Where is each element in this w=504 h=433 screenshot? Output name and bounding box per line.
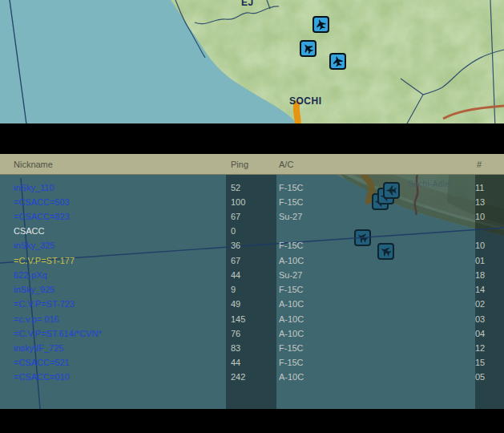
map-city-label: SOCHI (289, 95, 322, 107)
player-row[interactable]: =C.V.P=ST.614/*CVN*76A-10C04 (0, 326, 504, 341)
player-row[interactable]: =CSACC=010242A-10C05 (0, 370, 504, 384)
player-nickname: =C.V.P=ST-177 (14, 253, 75, 268)
player-board-number: 11 (475, 180, 484, 195)
player-board-number: 10 (475, 209, 485, 224)
player-nickname: inSky_925 (14, 282, 54, 297)
column-header-nickname: Nickname (14, 154, 53, 175)
column-header-ping: Ping (231, 154, 248, 175)
player-ping: 49 (231, 297, 240, 311)
player-aircraft: A-10C (279, 312, 304, 326)
player-row[interactable]: =c.v.p= 016145A-10C03 (0, 312, 504, 326)
player-row[interactable]: 622-pXq44Su-2718 (0, 268, 504, 282)
player-aircraft: F-15C (279, 195, 304, 209)
jet-glyph (302, 42, 314, 55)
player-nickname: =CSACC=010 (14, 370, 70, 384)
player-nickname: inskytIF_725 (14, 341, 63, 355)
player-row[interactable]: =CSACC=52144F-15C15 (0, 355, 504, 370)
jet-glyph (315, 18, 327, 30)
player-board-number: 01 (475, 253, 485, 268)
player-board-number: 03 (475, 312, 485, 326)
player-aircraft: Su-27 (279, 268, 302, 282)
player-ping: 36 (231, 238, 240, 253)
player-board-number: 02 (475, 297, 485, 311)
player-board-number: 04 (475, 326, 485, 341)
player-nickname: =CSACC=521 (14, 355, 70, 370)
aircraft-icon[interactable] (329, 53, 346, 70)
player-nickname: =c.v.p= 016 (14, 312, 59, 326)
player-nickname: =CSACC=503 (14, 195, 70, 209)
column-header-number: # (477, 154, 482, 175)
player-row[interactable]: =C.V.P=ST-17767A-10C01 (0, 253, 504, 268)
player-aircraft: F-15C (279, 282, 304, 297)
column-header-aircraft: A/C (279, 154, 293, 175)
jet-glyph (332, 55, 344, 67)
player-row[interactable]: inskytIF_72583F-15C12 (0, 341, 504, 355)
player-row[interactable]: =CSACC=503100F-15C13 (0, 195, 504, 209)
player-aircraft: F-15C (279, 180, 304, 195)
player-board-number: 14 (475, 282, 485, 297)
player-aircraft: A-10C (279, 370, 304, 384)
player-board-number: 05 (475, 370, 485, 384)
player-row[interactable]: inSky_11052F-15C11 (0, 180, 504, 195)
player-ping: 145 (231, 312, 245, 326)
player-row[interactable]: =C.V.P=ST-72349A-10C02 (0, 297, 504, 311)
player-ping: 83 (231, 341, 240, 355)
player-nickname: CSACC (14, 224, 45, 238)
player-nickname: 622-pXq (14, 268, 47, 282)
multiplayer-screen: EJ SOCHI Sochi-Adler Nickname Ping A/C #… (0, 0, 504, 433)
player-nickname: inSky_325 (14, 238, 54, 253)
player-ping: 100 (231, 195, 245, 209)
map-region-label: EJ (241, 0, 254, 8)
player-nickname: =CSACC=823 (14, 209, 70, 224)
player-aircraft: F-15C (279, 238, 304, 253)
player-ping: 52 (231, 180, 240, 195)
player-row[interactable]: CSACC0 (0, 224, 504, 238)
separator-band-top (0, 123, 504, 154)
player-ping: 9 (231, 282, 236, 297)
player-aircraft: Su-27 (279, 209, 302, 224)
player-ping: 67 (231, 253, 240, 268)
player-nickname: inSky_110 (14, 180, 54, 195)
player-board-number: 18 (475, 268, 485, 282)
player-ping: 67 (231, 209, 240, 224)
player-row[interactable]: inSky_32536F-15C10 (0, 238, 504, 253)
player-ping: 44 (231, 268, 240, 282)
player-nickname: =C.V.P=ST.614/*CVN* (14, 326, 102, 341)
player-aircraft: A-10C (279, 326, 304, 341)
player-board-number: 13 (475, 195, 485, 209)
player-row[interactable]: inSky_9259F-15C14 (0, 282, 504, 297)
player-board-number: 15 (475, 355, 485, 370)
player-ping: 0 (231, 224, 236, 238)
aircraft-icon[interactable] (300, 40, 317, 57)
player-aircraft: F-15C (279, 355, 304, 370)
player-aircraft: F-15C (279, 341, 304, 355)
player-list-header: Nickname Ping A/C # (0, 154, 504, 175)
player-ping: 44 (231, 355, 240, 370)
player-nickname: =C.V.P=ST-723 (14, 297, 75, 311)
separator-band-bottom (0, 409, 504, 433)
player-board-number: 12 (475, 341, 485, 355)
player-ping: 76 (231, 326, 240, 341)
player-aircraft: A-10C (279, 297, 304, 311)
player-aircraft: A-10C (279, 253, 304, 268)
player-ping: 242 (231, 370, 245, 384)
player-row[interactable]: =CSACC=82367Su-2710 (0, 209, 504, 224)
aircraft-icon[interactable] (312, 16, 329, 33)
player-board-number: 10 (475, 238, 485, 253)
